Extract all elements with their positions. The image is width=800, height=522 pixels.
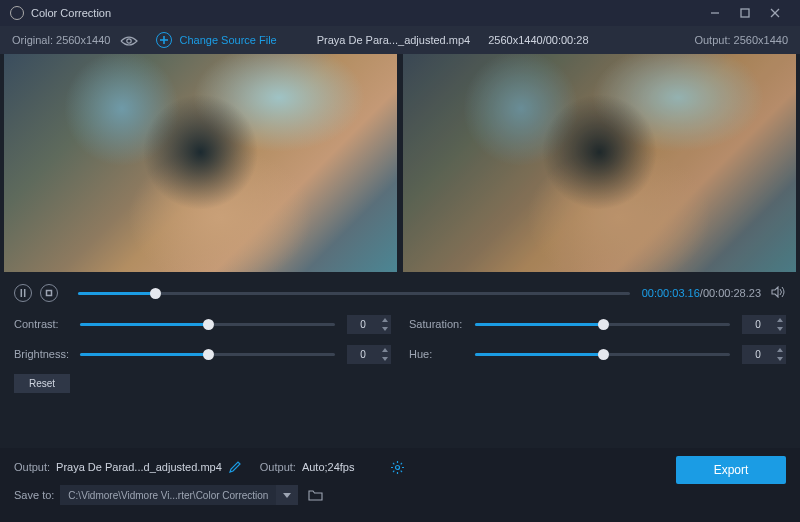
source-bar: Original: 2560x1440 Change Source File P… [0,26,800,54]
output-file-label: Output: [14,461,50,473]
save-to-label: Save to: [14,489,54,501]
svg-rect-9 [47,291,52,296]
hue-step-up[interactable] [774,345,786,354]
source-file-info: 2560x1440/00:00:28 [488,34,588,46]
window-title: Color Correction [31,7,111,19]
source-filename: Praya De Para..._adjusted.mp4 [317,34,470,46]
preview-original [4,54,397,272]
footer: Output: Praya De Parad...d_adjusted.mp4 … [0,448,800,522]
gear-icon[interactable] [390,460,404,474]
hue-label: Hue: [409,348,475,360]
volume-icon[interactable] [771,286,786,300]
output-resolution: Output: 2560x1440 [694,34,788,46]
reset-button[interactable]: Reset [14,374,70,393]
brightness-label: Brightness: [14,348,80,360]
hue-slider[interactable] [475,353,730,356]
current-time: 00:00:03.16 [642,287,700,299]
open-folder-icon[interactable] [304,485,326,505]
saturation-value-box[interactable]: 0 [742,315,786,334]
output-filename: Praya De Parad...d_adjusted.mp4 [56,461,222,473]
brightness-step-down[interactable] [379,354,391,363]
edit-icon[interactable] [228,460,242,474]
saturation-label: Saturation: [409,318,475,330]
saturation-step-up[interactable] [774,315,786,324]
pause-button[interactable] [14,284,32,302]
svg-rect-1 [741,9,749,17]
output-settings-label: Output: [260,461,296,473]
preview-output [403,54,796,272]
save-path-dropdown[interactable] [276,485,298,505]
stop-button[interactable] [40,284,58,302]
hue-step-down[interactable] [774,354,786,363]
contrast-value-box[interactable]: 0 [347,315,391,334]
change-source-file-link[interactable]: Change Source File [179,34,276,46]
timecode: 00:00:03.16/00:00:28.23 [642,287,761,299]
preview-area [0,54,800,272]
contrast-label: Contrast: [14,318,80,330]
duration: /00:00:28.23 [700,287,761,299]
hue-value-box[interactable]: 0 [742,345,786,364]
contrast-slider[interactable] [80,323,335,326]
contrast-step-down[interactable] [379,324,391,333]
seek-slider[interactable] [78,292,630,295]
save-path-box[interactable]: C:\Vidmore\Vidmore Vi...rter\Color Corre… [60,485,276,505]
saturation-slider[interactable] [475,323,730,326]
brightness-step-up[interactable] [379,345,391,354]
svg-point-10 [395,465,399,469]
close-button[interactable] [760,0,790,26]
saturation-step-down[interactable] [774,324,786,333]
contrast-step-up[interactable] [379,315,391,324]
app-logo-icon [10,6,24,20]
maximize-button[interactable] [730,0,760,26]
brightness-slider[interactable] [80,353,335,356]
output-settings-value: Auto;24fps [302,461,355,473]
original-resolution: Original: 2560x1440 [12,34,110,46]
svg-point-4 [127,39,131,43]
brightness-value-box[interactable]: 0 [347,345,391,364]
titlebar: Color Correction [0,0,800,26]
add-source-icon[interactable] [156,32,172,48]
eye-icon[interactable] [120,35,136,45]
minimize-button[interactable] [700,0,730,26]
playback-row: 00:00:03.16/00:00:28.23 [14,282,786,304]
export-button[interactable]: Export [676,456,786,484]
